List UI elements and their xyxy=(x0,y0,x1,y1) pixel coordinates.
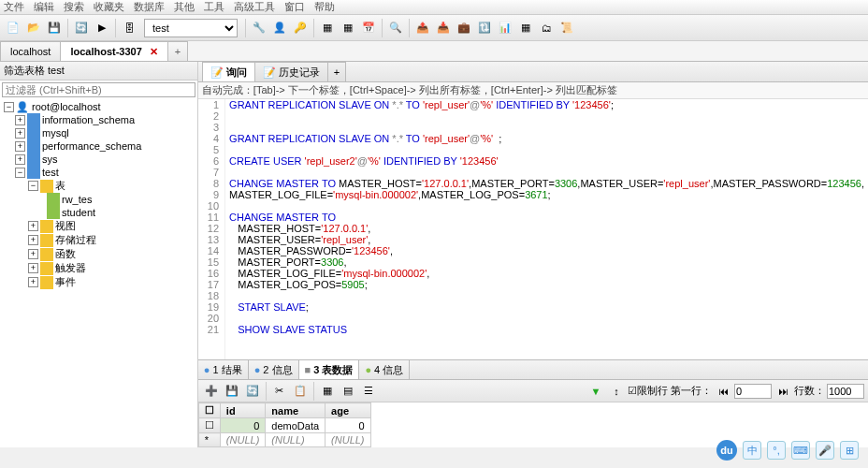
backup-icon[interactable]: 💼 xyxy=(455,19,473,37)
result-tab[interactable]: ■3 表数据 xyxy=(299,360,360,379)
save-icon[interactable]: 💾 xyxy=(45,19,64,37)
tool-icon[interactable]: 🔧 xyxy=(250,19,268,37)
tree-tables[interactable]: −表 xyxy=(2,179,195,193)
cell[interactable]: 0 xyxy=(220,418,265,433)
result-tab[interactable]: ●1 结果 xyxy=(198,360,249,379)
first-page-icon[interactable]: ⏮ xyxy=(714,382,732,401)
tree-folder[interactable]: +视图 xyxy=(2,219,195,233)
first-row-input[interactable] xyxy=(734,384,772,399)
menubar: 文件编辑搜索收藏夹数据库其他工具高级工具窗口帮助 xyxy=(0,0,868,15)
menu-item[interactable]: 数据库 xyxy=(134,0,165,14)
menu-item[interactable]: 收藏夹 xyxy=(94,0,124,14)
tree-db-open[interactable]: −test xyxy=(2,166,195,179)
rows-input[interactable] xyxy=(827,384,864,399)
open-icon[interactable]: 📂 xyxy=(24,19,43,37)
cell[interactable]: (NULL) xyxy=(326,433,370,447)
sort-icon[interactable]: ↕ xyxy=(607,382,626,401)
keyboard-icon[interactable]: ⌨ xyxy=(791,441,810,460)
col-header[interactable]: id xyxy=(220,403,265,418)
menu-item[interactable]: 编辑 xyxy=(34,0,54,14)
grid-icon[interactable]: ▦ xyxy=(516,19,535,37)
row-selector[interactable]: ☐ xyxy=(198,418,220,433)
menu-item[interactable]: 高级工具 xyxy=(234,0,275,14)
mic-icon[interactable]: 🎤 xyxy=(816,441,834,460)
filter-icon[interactable]: ▼ xyxy=(586,382,605,401)
schema-icon[interactable]: 🗂 xyxy=(537,19,556,37)
calendar-icon[interactable]: 📅 xyxy=(359,19,378,37)
result-toolbar: ➕ 💾 🔄 ✂ 📋 ▦ ▤ ☰ ▼ ↕ ☑限制行 第一行： ⏮ ⏭ 行数： xyxy=(198,380,868,402)
grid-copy-icon[interactable]: 📋 xyxy=(291,382,310,401)
row-header[interactable]: ☐ xyxy=(198,403,220,418)
add-inner-tab[interactable]: + xyxy=(327,62,346,81)
next-page-icon[interactable]: ⏭ xyxy=(774,382,792,401)
filter-input[interactable] xyxy=(2,82,195,97)
rows-label: 行数： xyxy=(794,384,825,398)
row-selector[interactable]: * xyxy=(198,433,220,447)
tree-folder[interactable]: +事件 xyxy=(2,275,195,289)
execute-icon[interactable]: ▶ xyxy=(93,19,111,37)
result-tab[interactable]: ●4 信息 xyxy=(359,360,410,379)
tree-root[interactable]: −👤 root@localhost xyxy=(2,101,195,113)
script-icon[interactable]: 📜 xyxy=(557,19,576,37)
database-select[interactable]: test xyxy=(144,19,238,37)
col-header[interactable]: age xyxy=(326,403,370,418)
menu-item[interactable]: 搜索 xyxy=(64,0,84,14)
col-header[interactable]: name xyxy=(266,403,326,418)
new-icon[interactable]: 📄 xyxy=(4,19,22,37)
tree-db[interactable]: +mysql xyxy=(2,126,195,139)
refresh-icon[interactable]: 🔄 xyxy=(72,19,91,37)
menu-item[interactable]: 工具 xyxy=(204,0,224,14)
tree-table[interactable]: rw_tes xyxy=(2,193,195,206)
connection-tab[interactable]: localhost xyxy=(0,41,61,61)
menu-item[interactable]: 窗口 xyxy=(284,0,305,14)
tree-folder[interactable]: +存储过程 xyxy=(2,233,195,247)
grid-float-icon[interactable]: ⊞ xyxy=(840,441,859,460)
assistant-icon[interactable]: du xyxy=(716,440,737,461)
floating-toolbar: du 中 °, ⌨ 🎤 ⊞ xyxy=(716,440,859,461)
tree-db[interactable]: +information_schema xyxy=(2,113,195,126)
object-tree: −👤 root@localhost+information_schema+mys… xyxy=(0,99,197,447)
code-area[interactable]: GRANT REPLICATION SLAVE ON *.* TO 'repl_… xyxy=(225,99,868,359)
punct-icon[interactable]: °, xyxy=(767,441,786,460)
inner-tab[interactable]: 📝询问 xyxy=(202,62,255,81)
cell[interactable]: demoData xyxy=(266,418,326,433)
cell[interactable]: (NULL) xyxy=(266,433,326,447)
add-tab[interactable]: + xyxy=(167,41,188,61)
grid-text-icon[interactable]: ☰ xyxy=(359,382,378,401)
tree-db[interactable]: +sys xyxy=(2,153,195,166)
lang-icon[interactable]: 中 xyxy=(743,441,761,460)
table-icon[interactable]: ▦ xyxy=(318,19,337,37)
tree-folder[interactable]: +函数 xyxy=(2,247,195,261)
report-icon[interactable]: 📊 xyxy=(496,19,514,37)
search-icon[interactable]: 🔍 xyxy=(386,19,405,37)
tree-table[interactable]: student xyxy=(2,206,195,219)
inner-tab[interactable]: 📝历史记录 xyxy=(254,62,328,81)
sync-icon[interactable]: 🔃 xyxy=(475,19,494,37)
grid-add-icon[interactable]: ➕ xyxy=(202,382,221,401)
connection-tab[interactable]: localhost-3307✕ xyxy=(60,41,167,61)
limit-rows-label[interactable]: ☑限制行 第一行： xyxy=(628,384,712,398)
autocomplete-hint: 自动完成：[Tab]-> 下一个标签，[Ctrl+Space]-> 列出所有标签… xyxy=(198,82,868,99)
cell[interactable]: 0 xyxy=(326,418,370,433)
tree-db[interactable]: +performance_schema xyxy=(2,139,195,153)
close-icon[interactable]: ✕ xyxy=(150,46,158,58)
grid-form-icon[interactable]: ▤ xyxy=(339,382,357,401)
cell[interactable]: (NULL) xyxy=(220,433,265,447)
user-icon[interactable]: 👤 xyxy=(270,19,289,37)
query-icon: 📝 xyxy=(210,66,224,79)
grid-view-icon[interactable]: ▦ xyxy=(318,382,337,401)
menu-item[interactable]: 帮助 xyxy=(314,0,335,14)
db-icon[interactable]: 🗄 xyxy=(120,19,138,37)
table2-icon[interactable]: ▦ xyxy=(339,19,357,37)
grid-refresh-icon[interactable]: 🔄 xyxy=(243,382,262,401)
menu-item[interactable]: 其他 xyxy=(174,0,195,14)
key-icon[interactable]: 🔑 xyxy=(291,19,310,37)
grid-save-icon[interactable]: 💾 xyxy=(223,382,241,401)
export-icon[interactable]: 📤 xyxy=(413,19,432,37)
menu-item[interactable]: 文件 xyxy=(4,0,24,14)
import-icon[interactable]: 📥 xyxy=(434,19,453,37)
grid-cut-icon[interactable]: ✂ xyxy=(270,382,289,401)
tree-folder[interactable]: +触发器 xyxy=(2,261,195,275)
sql-editor[interactable]: 123456789101112131415161718192021 GRANT … xyxy=(198,99,868,359)
result-tab[interactable]: ●2 信息 xyxy=(249,360,299,379)
